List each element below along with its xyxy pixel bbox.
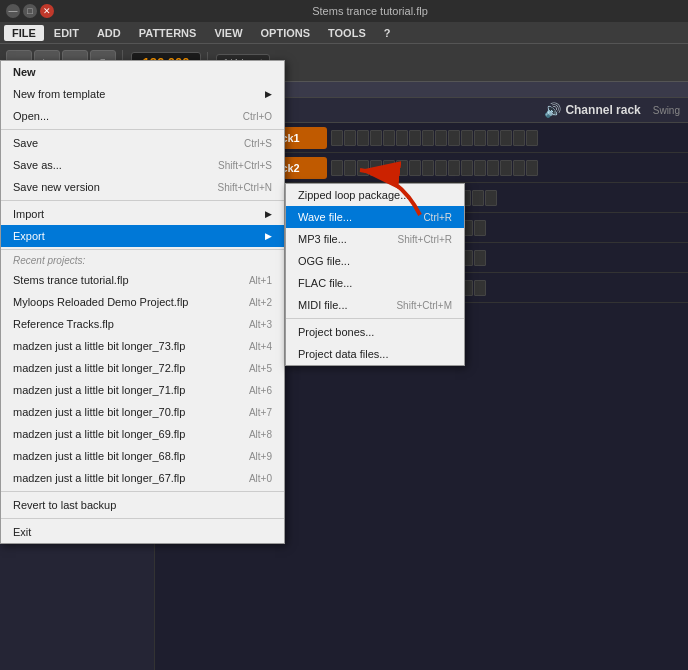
export-flac-file[interactable]: FLAC file... xyxy=(286,272,464,294)
pad[interactable] xyxy=(448,160,460,176)
file-menu-recent-6[interactable]: madzen just a little bit longer_71.flp A… xyxy=(1,379,284,401)
export-zipped-loop[interactable]: Zipped loop package... xyxy=(286,184,464,206)
pad[interactable] xyxy=(500,160,512,176)
window-controls[interactable]: — □ ✕ xyxy=(6,4,54,18)
pad[interactable] xyxy=(409,130,421,146)
minimize-button[interactable]: — xyxy=(6,4,20,18)
file-menu-recent-10[interactable]: madzen just a little bit longer_67.flp A… xyxy=(1,467,284,489)
pad[interactable] xyxy=(383,160,395,176)
pad[interactable] xyxy=(409,160,421,176)
file-menu-open-label: Open... xyxy=(13,110,49,122)
file-menu-recent-3[interactable]: Reference Tracks.flp Alt+3 xyxy=(1,313,284,335)
pad[interactable] xyxy=(370,130,382,146)
file-menu-recent-2[interactable]: Myloops Reloaded Demo Project.flp Alt+2 xyxy=(1,291,284,313)
pad[interactable] xyxy=(474,130,486,146)
recent-9-label: madzen just a little bit longer_68.flp xyxy=(13,450,185,462)
menu-help[interactable]: ? xyxy=(376,25,399,41)
recent-5-label: madzen just a little bit longer_72.flp xyxy=(13,362,185,374)
file-menu-recent-1[interactable]: Stems trance tutorial.flp Alt+1 xyxy=(1,269,284,291)
file-menu-save-as-shortcut: Shift+Ctrl+S xyxy=(218,160,272,171)
pad[interactable] xyxy=(487,160,499,176)
file-menu-import[interactable]: Import xyxy=(1,203,284,225)
export-ogg-file-label: OGG file... xyxy=(298,255,350,267)
recent-1-shortcut: Alt+1 xyxy=(249,275,272,286)
pad[interactable] xyxy=(474,280,486,296)
pad[interactable] xyxy=(461,130,473,146)
export-mp3-shortcut: Shift+Ctrl+R xyxy=(398,234,452,245)
pad[interactable] xyxy=(513,130,525,146)
pad[interactable] xyxy=(526,160,538,176)
menu-separator xyxy=(1,249,284,250)
pad[interactable] xyxy=(513,160,525,176)
pad[interactable] xyxy=(448,130,460,146)
export-project-bones[interactable]: Project bones... xyxy=(286,321,464,343)
pad[interactable] xyxy=(526,130,538,146)
pad[interactable] xyxy=(331,160,343,176)
pad[interactable] xyxy=(485,190,497,206)
export-midi-shortcut: Shift+Ctrl+M xyxy=(396,300,452,311)
pad[interactable] xyxy=(331,130,343,146)
file-menu-save[interactable]: Save Ctrl+S xyxy=(1,132,284,154)
export-wave-shortcut: Ctrl+R xyxy=(423,212,452,223)
recent-7-shortcut: Alt+7 xyxy=(249,407,272,418)
menu-add[interactable]: ADD xyxy=(89,25,129,41)
pad[interactable] xyxy=(383,130,395,146)
pad[interactable] xyxy=(422,130,434,146)
pad[interactable] xyxy=(344,130,356,146)
file-menu-new[interactable]: New xyxy=(1,61,284,83)
file-menu-recent-9[interactable]: madzen just a little bit longer_68.flp A… xyxy=(1,445,284,467)
recent-4-shortcut: Alt+4 xyxy=(249,341,272,352)
file-menu-recent-7[interactable]: madzen just a little bit longer_70.flp A… xyxy=(1,401,284,423)
file-menu-save-new-version[interactable]: Save new version Shift+Ctrl+N xyxy=(1,176,284,198)
pad[interactable] xyxy=(474,160,486,176)
file-menu-exit[interactable]: Exit xyxy=(1,521,284,543)
pad[interactable] xyxy=(474,250,486,266)
file-menu-new-from-template[interactable]: New from template xyxy=(1,83,284,105)
export-mp3-file[interactable]: MP3 file... Shift+Ctrl+R xyxy=(286,228,464,250)
export-ogg-file[interactable]: OGG file... xyxy=(286,250,464,272)
file-menu-recent-4[interactable]: madzen just a little bit longer_73.flp A… xyxy=(1,335,284,357)
pad[interactable] xyxy=(357,160,369,176)
file-menu-save-new-version-shortcut: Shift+Ctrl+N xyxy=(218,182,272,193)
menu-tools[interactable]: TOOLS xyxy=(320,25,374,41)
close-button[interactable]: ✕ xyxy=(40,4,54,18)
menu-view[interactable]: VIEW xyxy=(206,25,250,41)
export-project-data-files[interactable]: Project data files... xyxy=(286,343,464,365)
file-menu-recent-8[interactable]: madzen just a little bit longer_69.flp A… xyxy=(1,423,284,445)
menu-bar: FILE EDIT ADD PATTERNS VIEW OPTIONS TOOL… xyxy=(0,22,688,44)
pad[interactable] xyxy=(474,220,486,236)
export-midi-file[interactable]: MIDI file... Shift+Ctrl+M xyxy=(286,294,464,316)
pad[interactable] xyxy=(344,160,356,176)
file-menu-save-as[interactable]: Save as... Shift+Ctrl+S xyxy=(1,154,284,176)
pad[interactable] xyxy=(422,160,434,176)
pad[interactable] xyxy=(357,130,369,146)
pad[interactable] xyxy=(396,130,408,146)
file-menu-save-new-version-label: Save new version xyxy=(13,181,100,193)
recent-2-label: Myloops Reloaded Demo Project.flp xyxy=(13,296,188,308)
pad[interactable] xyxy=(435,160,447,176)
channel-pads xyxy=(331,130,684,146)
pad[interactable] xyxy=(472,190,484,206)
menu-edit[interactable]: EDIT xyxy=(46,25,87,41)
pad[interactable] xyxy=(370,160,382,176)
pad[interactable] xyxy=(396,160,408,176)
pad[interactable] xyxy=(500,130,512,146)
export-wave-file[interactable]: Wave file... Ctrl+R xyxy=(286,206,464,228)
recent-projects-label: Recent projects: xyxy=(1,252,284,269)
maximize-button[interactable]: □ xyxy=(23,4,37,18)
pad[interactable] xyxy=(487,130,499,146)
file-menu-revert[interactable]: Revert to last backup xyxy=(1,494,284,516)
pad[interactable] xyxy=(461,160,473,176)
recent-6-label: madzen just a little bit longer_71.flp xyxy=(13,384,185,396)
pad[interactable] xyxy=(435,130,447,146)
file-menu-export[interactable]: Export xyxy=(1,225,284,247)
file-menu-recent-5[interactable]: madzen just a little bit longer_72.flp A… xyxy=(1,357,284,379)
menu-file[interactable]: FILE xyxy=(4,25,44,41)
menu-patterns[interactable]: PATTERNS xyxy=(131,25,205,41)
recent-2-shortcut: Alt+2 xyxy=(249,297,272,308)
export-submenu: Zipped loop package... Wave file... Ctrl… xyxy=(285,183,465,366)
file-menu-open[interactable]: Open... Ctrl+O xyxy=(1,105,284,127)
file-menu-save-shortcut: Ctrl+S xyxy=(244,138,272,149)
recent-8-shortcut: Alt+8 xyxy=(249,429,272,440)
menu-options[interactable]: OPTIONS xyxy=(253,25,319,41)
